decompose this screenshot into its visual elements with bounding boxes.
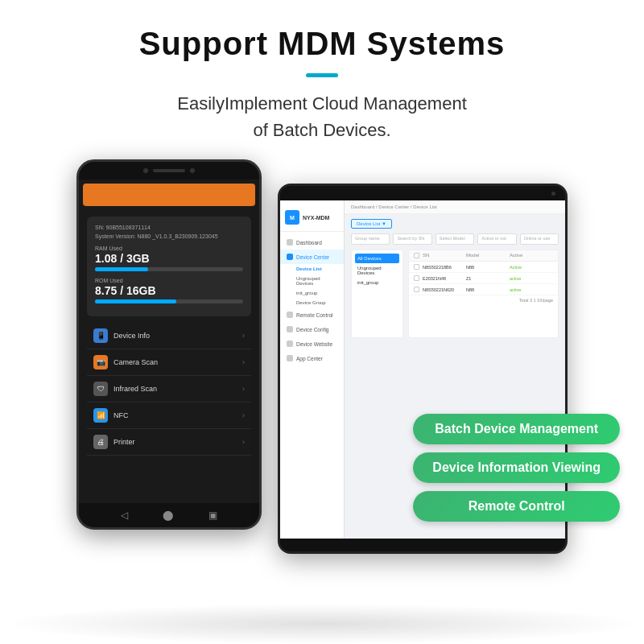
rom-progress-fill (95, 299, 176, 303)
phone-orange-bar (83, 184, 255, 206)
remote-icon (287, 312, 293, 318)
row3-checkbox[interactable] (414, 287, 419, 292)
phone-camera (143, 168, 148, 173)
phone-bottom-bar: ◁ ⬤ ▣ (79, 503, 259, 527)
menu-icon: 📷 (93, 355, 108, 369)
mdm-table-header: SN Model Active (409, 250, 558, 262)
filter-sn[interactable]: Search by SN (393, 233, 431, 245)
main-title: Support MDM Systems (32, 26, 612, 62)
mdm-nav-device-center[interactable]: Device Center (280, 250, 344, 264)
ram-progress-bg (95, 267, 243, 271)
menu-item[interactable]: 📱 Device Info › (87, 323, 251, 349)
phone-menu-items: 📱 Device Info › 📷 Camera Scan › 🛡 Infrar… (87, 323, 251, 456)
config-icon (287, 326, 293, 332)
badge-device-info-viewing: Device Information Viewing (413, 452, 620, 483)
mdm-nav-website[interactable]: Device Website (280, 336, 344, 351)
mdm-tab-bar: Device List ▼ (351, 219, 559, 229)
website-label: Device Website (296, 341, 332, 347)
menu-arrow: › (242, 438, 245, 446)
row1-sn: N8S502218B6 (423, 265, 466, 270)
mdm-pagination: Total 3 1 10/page (409, 295, 558, 305)
phone-speaker (153, 169, 185, 172)
menu-arrow: › (242, 358, 245, 366)
phone-screen: SN: 90B55108371114 System Version: N880 … (79, 210, 259, 503)
phone-device: SN: 90B55108371114 System Version: N880 … (76, 159, 262, 530)
menu-arrow: › (242, 332, 245, 340)
row1-checkbox[interactable] (414, 264, 419, 270)
subtitle-line1: EasilyImplement Cloud Management (177, 93, 467, 114)
content-area: SN: 90B55108371114 System Version: N880 … (0, 151, 644, 554)
accent-bar (306, 73, 338, 77)
row2-sn: E20321N48 (423, 276, 466, 281)
mdm-sub-device-list[interactable]: Device List (280, 264, 344, 274)
app-label: App Center (296, 356, 323, 361)
menu-arrow: › (242, 411, 245, 419)
tablet-top (280, 186, 565, 200)
row2-active: active (510, 276, 553, 281)
table-row: E20321N48 Z1 active (409, 273, 558, 284)
mdm-logo-text: NYX-MDM (303, 215, 329, 221)
row1-model: N88 (466, 265, 510, 270)
mdm-sidebar: M NYX-MDM Dashboard Device Center Device… (280, 200, 345, 539)
menu-item-label: Device Info (114, 332, 150, 340)
mdm-tab-device-list[interactable]: Device List ▼ (351, 219, 392, 229)
filter-online[interactable]: Online or use (520, 233, 559, 245)
mdm-nav-app[interactable]: App Center (280, 351, 344, 365)
menu-item-left: 📷 Camera Scan (93, 355, 158, 369)
badges-area: Batch Device Management Device Informati… (413, 414, 620, 522)
filter-active[interactable]: Active or not (477, 233, 516, 245)
config-label: Device Config (296, 327, 328, 332)
menu-item[interactable]: 📶 NFC › (87, 402, 251, 429)
tablet-bottom (280, 539, 565, 551)
nav-back[interactable]: ◁ (121, 510, 128, 521)
menu-item-label: Infrared Scan (114, 385, 157, 393)
th-sn: SN (423, 253, 466, 258)
row2-checkbox[interactable] (414, 275, 419, 281)
mdm-sub-device-group[interactable]: Device Group (280, 298, 344, 308)
panel-ungrouped[interactable]: Ungrouped Devices (355, 263, 399, 278)
badge-remote-control: Remote Control (413, 491, 620, 522)
nav-home[interactable]: ⬤ (163, 510, 173, 521)
phone-sn: SN: 90B55108371114 System Version: N880 … (95, 223, 243, 241)
header-checkbox[interactable] (414, 253, 419, 258)
panel-init-group[interactable]: init_group (355, 278, 399, 287)
menu-item[interactable]: 🖨 Printer › (87, 429, 251, 456)
website-icon (287, 341, 293, 347)
menu-item[interactable]: 📷 Camera Scan › (87, 349, 251, 376)
app-icon (287, 355, 293, 361)
nav-recents[interactable]: ▣ (208, 510, 217, 521)
dashboard-label: Dashboard (296, 240, 322, 246)
row1-active: Active (510, 265, 553, 270)
mdm-left-panel: All Devices Ungrouped Devices init_group (351, 250, 403, 338)
menu-item-left: 🛡 Infrared Scan (93, 382, 157, 396)
th-active: Active (510, 253, 553, 258)
filter-group[interactable]: Group name (351, 233, 390, 245)
mdm-body: All Devices Ungrouped Devices init_group… (351, 250, 559, 338)
menu-icon: 🖨 (93, 435, 108, 449)
menu-icon: 📱 (93, 328, 108, 343)
mdm-nav-remote[interactable]: Remote Control (280, 308, 344, 322)
mdm-breadcrumb: Dashboard / Device Center / Device List (345, 200, 565, 214)
dashboard-icon (287, 239, 293, 246)
mdm-nav-dashboard[interactable]: Dashboard (280, 235, 344, 250)
phone-top-bar (79, 162, 259, 180)
mdm-table: SN Model Active N8S502218B6 N88 Active (408, 250, 559, 338)
mdm-logo: M NYX-MDM (280, 207, 344, 232)
th-model: Model (466, 253, 510, 258)
remote-label: Remote Control (296, 312, 333, 318)
menu-arrow: › (242, 385, 245, 393)
mdm-sub-ungrouped[interactable]: Ungrouped Devices (280, 274, 344, 288)
phone-camera-2 (190, 168, 195, 173)
mdm-nav-config[interactable]: Device Config (280, 322, 344, 336)
panel-all-devices[interactable]: All Devices (355, 254, 399, 263)
menu-icon: 📶 (93, 408, 108, 423)
filter-model[interactable]: Select Model (436, 233, 474, 245)
subtitle-line2: of Batch Devices. (253, 120, 390, 140)
table-row: N8S50221N620 N88 active (409, 284, 558, 295)
mdm-sub-init-group[interactable]: init_group (280, 288, 344, 298)
rom-progress-bg (95, 299, 243, 303)
menu-item[interactable]: 🛡 Infrared Scan › (87, 376, 251, 402)
phone-info-block: SN: 90B55108371114 System Version: N880 … (87, 217, 251, 316)
mdm-logo-icon: M (285, 210, 299, 225)
row3-sn: N8S50221N620 (423, 287, 466, 292)
